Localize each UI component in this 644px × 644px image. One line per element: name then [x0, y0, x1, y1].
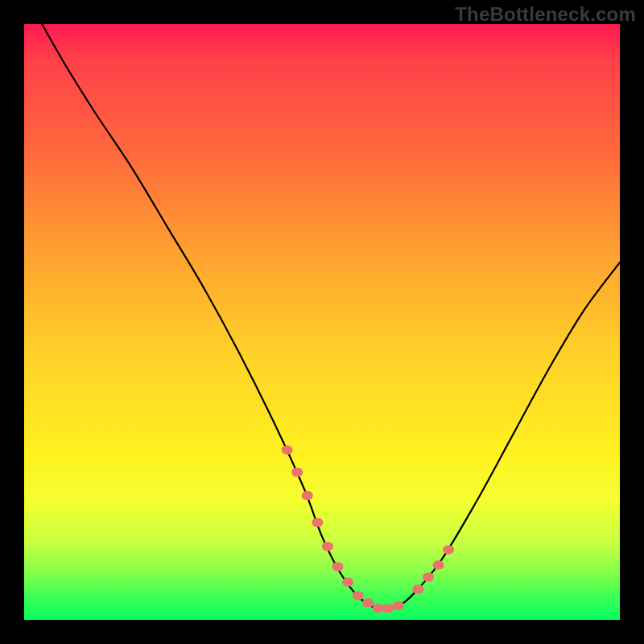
highlight-dot	[382, 604, 394, 613]
plot-area	[24, 24, 620, 620]
highlight-dot	[433, 560, 444, 569]
chart-frame: TheBottleneck.com	[0, 0, 644, 644]
highlight-dot	[342, 578, 353, 587]
highlight-dots	[282, 445, 454, 613]
highlight-dot	[302, 491, 313, 500]
highlight-dot	[443, 545, 454, 554]
highlight-dot	[322, 542, 333, 551]
highlight-dot	[373, 604, 384, 613]
watermark-text: TheBottleneck.com	[455, 3, 636, 26]
highlight-dot	[412, 585, 423, 594]
highlight-dot	[332, 562, 344, 571]
bottleneck-curve	[42, 24, 620, 609]
highlight-dot	[312, 518, 323, 527]
highlight-dot	[282, 445, 293, 454]
highlight-dot	[353, 591, 364, 600]
highlight-dot	[423, 572, 434, 581]
highlight-dot	[393, 601, 404, 610]
highlight-dot	[362, 598, 374, 607]
highlight-dot	[291, 468, 303, 477]
curve-svg	[24, 24, 620, 620]
